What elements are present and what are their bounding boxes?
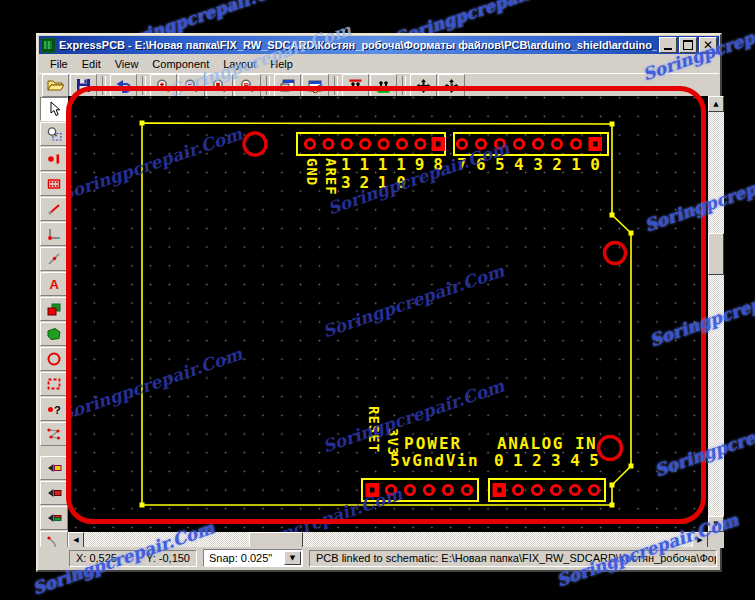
silk-label-analog-in[interactable]: ANALOG IN xyxy=(497,436,597,452)
dashed-rect-icon xyxy=(46,376,62,392)
center-view-button[interactable]: A xyxy=(438,74,465,97)
zoom-in-button[interactable] xyxy=(150,74,177,97)
corner-icon xyxy=(46,226,62,242)
cursor-x: X: 0,525 xyxy=(76,552,117,564)
options-dialog-button[interactable] xyxy=(274,74,301,97)
snap-combobox[interactable]: Snap: 0.025" ▼ xyxy=(203,549,303,567)
pcb-canvas[interactable]: GND AREF 111198 3210 76543210 RESET 3V3 … xyxy=(68,96,708,533)
tool-zoom-window[interactable] xyxy=(40,122,68,146)
net-icon xyxy=(46,426,62,442)
tool-split-trace[interactable] xyxy=(40,247,68,271)
silk-pins-analog[interactable]: 012345 xyxy=(494,453,608,469)
header-digital-low[interactable] xyxy=(454,133,608,155)
zoom-selection-button[interactable] xyxy=(206,74,233,97)
silk-label-reset[interactable]: RESET xyxy=(366,406,382,453)
tool-place-text[interactable]: A xyxy=(40,272,68,296)
schematic-link-text: PCB linked to schematic: E:\Новая папка\… xyxy=(316,552,717,564)
center-view-icon: A xyxy=(443,78,460,94)
zoom-in-icon xyxy=(155,78,172,94)
arrow-right-icon: ▶ xyxy=(697,536,702,544)
pins-bottom-layer-icon xyxy=(375,78,392,94)
undo-button[interactable] xyxy=(110,74,137,97)
rectangle-icon xyxy=(46,301,62,317)
pad-question-icon: ? xyxy=(46,401,62,417)
zoom-previous-button[interactable]: P xyxy=(234,74,261,97)
tool-place-circle[interactable] xyxy=(40,347,68,371)
toolbar-separator xyxy=(142,76,146,95)
scroll-up-button[interactable]: ▲ xyxy=(708,96,724,112)
edit-properties-button[interactable] xyxy=(302,74,329,97)
pan-view-button[interactable] xyxy=(410,74,437,97)
arrow-up-icon: ▲ xyxy=(713,100,718,108)
vertical-scroll-thumb[interactable] xyxy=(708,233,724,275)
floppy-icon xyxy=(75,78,92,94)
menu-file[interactable]: File xyxy=(43,56,75,72)
tool-place-power-plane[interactable] xyxy=(40,322,68,346)
silk-label-aref[interactable]: AREF xyxy=(323,158,339,196)
layer-top-copper-icon xyxy=(46,485,62,501)
menu-edit[interactable]: Edit xyxy=(75,56,108,72)
menu-layout[interactable]: Layout xyxy=(216,56,263,72)
svg-text:A: A xyxy=(449,82,454,89)
layer-silkscreen-icon xyxy=(46,460,62,476)
layer-top-copper-button[interactable] xyxy=(40,481,68,505)
silk-pins-13-8-row1[interactable]: 111198 xyxy=(341,157,452,173)
silk-label-power-pins[interactable]: 5vGndVin xyxy=(390,453,479,469)
tool-component-info[interactable]: ? xyxy=(40,397,68,421)
silk-label-power[interactable]: POWER xyxy=(404,436,462,452)
horizontal-scrollbar[interactable]: ◀ ▶ xyxy=(68,532,708,548)
options-dialog-icon xyxy=(279,78,296,94)
split-trace-icon xyxy=(46,251,62,267)
menu-view[interactable]: View xyxy=(108,56,146,72)
vertical-scrollbar[interactable]: ▲ ▼ xyxy=(708,96,724,532)
tool-select[interactable] xyxy=(40,97,68,121)
zoom-out-button[interactable] xyxy=(178,74,205,97)
silk-pins-7-0[interactable]: 76543210 xyxy=(457,157,609,173)
horizontal-scroll-thumb[interactable] xyxy=(249,532,303,548)
expresspcb-window: ExpressPCB - E:\Новая папка\FIX_RW_SDCAR… xyxy=(36,33,722,572)
close-button[interactable]: ✕ xyxy=(699,37,717,53)
pan-view-icon xyxy=(415,78,432,94)
header-power[interactable] xyxy=(362,479,478,501)
snap-value: Snap: 0.025" xyxy=(209,552,272,564)
scroll-right-button[interactable]: ▶ xyxy=(692,532,708,548)
snap-dropdown-button[interactable]: ▼ xyxy=(284,551,301,565)
arrow-down-icon: ▼ xyxy=(713,520,718,528)
tool-place-trace[interactable] xyxy=(40,197,68,221)
toolbar: P A xyxy=(39,73,719,97)
undo-icon xyxy=(115,78,132,94)
open-button[interactable] xyxy=(42,74,69,97)
toolbar-separator xyxy=(266,76,270,95)
circle-icon xyxy=(46,351,62,367)
minimize-button[interactable] xyxy=(659,37,677,53)
header-analog[interactable] xyxy=(489,479,605,501)
tool-place-component[interactable] xyxy=(40,172,68,196)
pins-top-layer-button[interactable] xyxy=(342,74,369,97)
svg-text:P: P xyxy=(244,80,250,89)
pins-bottom-layer-button[interactable] xyxy=(370,74,397,97)
save-button[interactable] xyxy=(70,74,97,97)
maximize-button[interactable] xyxy=(679,37,697,53)
tool-place-corner[interactable] xyxy=(40,222,68,246)
component-icon xyxy=(46,176,62,192)
edit-properties-icon xyxy=(307,78,324,94)
tool-board-outline[interactable] xyxy=(40,372,68,396)
toolbar-separator xyxy=(334,76,338,95)
menu-help[interactable]: Help xyxy=(263,56,300,72)
layer-bottom-copper-button[interactable] xyxy=(40,506,68,530)
tool-highlight-net[interactable] xyxy=(40,422,68,446)
silk-pins-13-8-row2[interactable]: 3210 xyxy=(341,175,415,191)
scroll-left-button[interactable]: ◀ xyxy=(68,532,84,548)
silk-label-gnd[interactable]: GND xyxy=(304,158,320,186)
title-bar[interactable]: ExpressPCB - E:\Новая папка\FIX_RW_SDCAR… xyxy=(39,36,719,54)
tool-place-pad[interactable] xyxy=(40,147,68,171)
scroll-down-button[interactable]: ▼ xyxy=(708,516,724,532)
text-icon: A xyxy=(46,276,62,292)
mounting-holes[interactable] xyxy=(244,133,626,460)
tool-place-rectangle[interactable] xyxy=(40,297,68,321)
scrollbar-corner xyxy=(708,532,724,548)
header-digital-high[interactable] xyxy=(297,133,445,155)
layer-silkscreen-button[interactable] xyxy=(40,456,68,480)
zoom-selection-icon xyxy=(211,78,228,94)
menu-component[interactable]: Component xyxy=(145,56,216,72)
